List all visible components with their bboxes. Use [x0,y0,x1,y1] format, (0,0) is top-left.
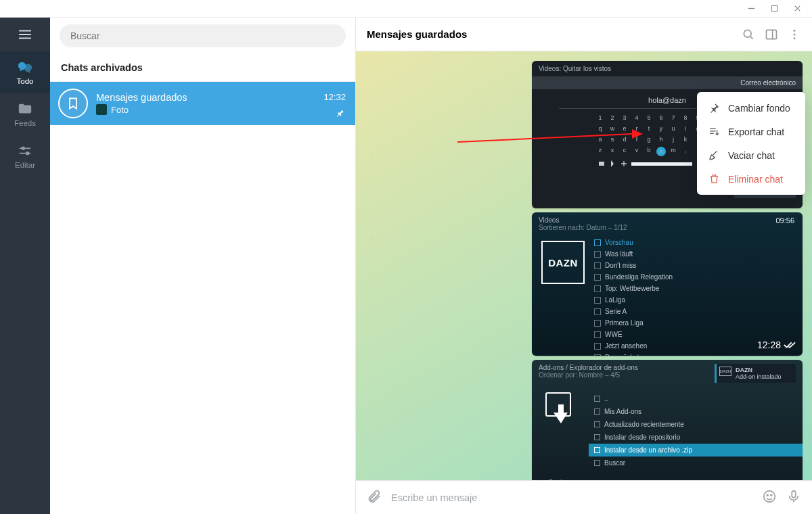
compose-bar: Escribe un mensaje [356,480,812,514]
compose-input[interactable]: Escribe un mensaje [391,492,752,503]
maximize-button[interactable] [770,5,778,13]
bookmark-icon [66,96,80,111]
rail-label: Todo [0,77,50,85]
svg-rect-30 [792,490,796,497]
svg-line-15 [457,134,632,142]
svg-line-9 [750,36,753,39]
voice-button[interactable] [786,489,801,507]
rail-label: Editar [0,161,50,169]
header-panel-button[interactable] [765,28,778,41]
menu-label: Vaciar chat [728,150,775,161]
broom-icon [708,149,720,161]
img1-subheader: Videos: Quitar los vistos [532,61,803,76]
dots-vertical-icon [788,28,801,41]
trash-icon [708,173,720,185]
minimize-button[interactable] [747,5,755,13]
svg-marker-16 [632,129,643,139]
chat-list-panel: Chats archivados Mensajes guardados Foto… [50,18,356,514]
header-search-button[interactable] [742,28,755,41]
menu-delete-chat[interactable]: Eliminar chat [697,167,805,191]
install-toast: DAZN DAZN Add-on instalado [715,364,796,383]
svg-point-28 [767,494,768,496]
svg-rect-17 [599,162,604,166]
chat-bubbles-icon [17,60,33,74]
search-icon [742,28,755,41]
chat-title: Mensajes guardados [96,92,315,103]
menu-clear-chat[interactable]: Vaciar chat [697,143,805,167]
svg-point-27 [764,490,775,502]
pinned-icon [335,109,344,118]
svg-marker-18 [611,160,614,167]
svg-point-5 [22,147,24,150]
svg-point-12 [794,29,796,31]
img1-header-band: Correo electrónico [532,76,803,89]
menu-label: Exportar chat [728,126,784,137]
conversation-panel: Mensajes guardados Videos: Quitar los [356,18,812,514]
rail-label: Feeds [0,119,50,127]
microphone-icon [786,489,801,504]
menu-export-chat[interactable]: Exportar chat [697,120,805,143]
chat-preview: Foto [111,105,129,115]
sliders-icon [17,143,33,158]
message-image-dazn-menu[interactable]: 09:56 Videos Sortieren nach: Datum – 1/1… [532,212,803,356]
menu-change-background[interactable]: Cambiar fondo [697,96,805,120]
search-input[interactable] [60,24,346,47]
header-more-button[interactable] [788,28,801,41]
chat-row-saved-messages[interactable]: Mensajes guardados Foto 12:32 [50,82,355,125]
rail-item-feeds[interactable]: Feeds [0,93,50,135]
preview-thumb [96,104,107,115]
attach-button[interactable] [367,489,382,507]
double-check-icon [784,341,796,349]
message-image-addons[interactable]: 11:58 AM Add-ons / Explorador de add-ons… [532,360,803,480]
sidebar-panel-icon [765,28,778,41]
emoji-icon [762,489,777,504]
svg-point-13 [794,33,796,35]
message-time: 12:28 [757,340,781,350]
rail-item-editar[interactable]: Editar [0,135,50,177]
context-menu: Cambiar fondo Exportar chat Vaciar chat … [697,92,805,195]
dazn-logo: DAZN [541,241,585,284]
title-bar [0,0,812,18]
menu-icon [18,27,32,42]
svg-point-8 [744,30,751,37]
svg-point-29 [771,494,772,496]
menu-label: Eliminar chat [728,174,783,185]
emoji-button[interactable] [762,489,777,507]
export-icon [708,126,720,137]
zip-install-icon [545,392,575,422]
conversation-header: Mensajes guardados [356,18,812,51]
pin-icon [708,102,720,114]
menu-label: Cambiar fondo [728,103,790,114]
folder-icon [17,101,33,116]
nav-rail: Todo Feeds Editar [0,18,50,514]
conversation-title: Mensajes guardados [367,28,732,40]
archived-header[interactable]: Chats archivados [50,54,355,82]
svg-rect-10 [767,30,777,39]
close-button[interactable] [793,5,801,13]
avatar [58,89,88,118]
annotation-arrow [457,128,643,145]
rail-item-todo[interactable]: Todo [0,51,50,93]
svg-rect-1 [771,5,777,11]
chat-time: 12:32 [323,92,346,102]
conversation-body: Videos: Quitar los vistos Correo electró… [356,51,812,480]
paperclip-icon [367,489,382,504]
hamburger-button[interactable] [0,18,50,51]
svg-point-7 [26,152,29,155]
app-shell: Todo Feeds Editar Chats archivados Mensa… [0,18,812,514]
svg-point-14 [794,37,796,39]
